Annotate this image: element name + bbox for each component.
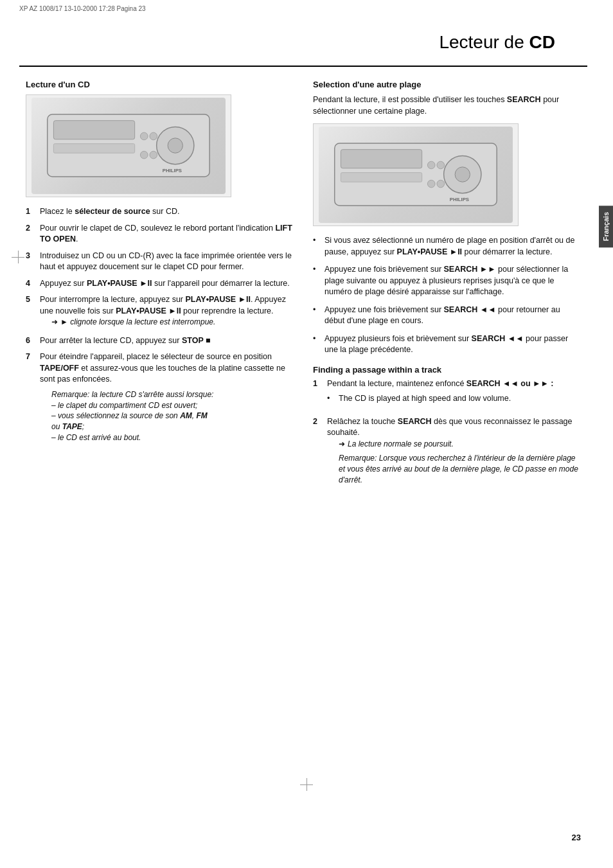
content-area: Lecture d'un CD (0, 67, 613, 504)
crosshair-bottom (300, 778, 313, 791)
header-text: XP AZ 1008/17 13-10-2000 17:28 Pagina 23 (19, 5, 146, 12)
bullet-3: • Appuyez une fois brièvement sur SEARCH… (313, 305, 581, 327)
title-suffix: CD (529, 32, 555, 52)
svg-point-4 (168, 138, 182, 153)
finding-section: Finding a passage within a track 1 Penda… (313, 365, 581, 486)
device-sketch-right: PHILIPS (319, 127, 513, 223)
header-bar: XP AZ 1008/17 13-10-2000 17:28 Pagina 23 (19, 5, 146, 12)
svg-text:PHILIPS: PHILIPS (450, 197, 469, 203)
svg-point-14 (455, 167, 470, 182)
left-numbered-list: 1 Placez le sélecteur de source sur CD. … (26, 206, 294, 443)
right-bullet-list: • Si vous avez sélectionné un numéro de … (313, 235, 581, 356)
bullet-2: • Appuyez une fois brièvement sur SEARCH… (313, 264, 581, 298)
svg-point-7 (140, 152, 148, 159)
bullet-4: • Appuyez plusieurs fois et brièvement s… (313, 333, 581, 356)
finding-step-2-arrow: ➜La lecture normale se poursuit. (339, 439, 581, 450)
svg-point-16 (437, 162, 445, 170)
cd-image-inner-right: PHILIPS (319, 127, 513, 223)
page-number: 23 (572, 833, 581, 842)
svg-rect-2 (53, 144, 134, 154)
step-2: 2 Pour ouvrir le clapet de CD, soulevez … (26, 223, 294, 245)
step-6: 6 Pour arrêter la lecture CD, appuyez su… (26, 335, 294, 347)
svg-text:PHILIPS: PHILIPS (163, 168, 182, 174)
title-prefix: Lecteur de (439, 32, 529, 52)
svg-rect-11 (341, 150, 422, 168)
left-section-title: Lecture d'un CD (26, 80, 294, 89)
device-sketch-left: PHILIPS (31, 98, 226, 194)
finding-sub-bullet: • The CD is played at high speed and low… (327, 393, 581, 405)
step-5: 5 Pour interrompre la lecture, appuyez s… (26, 294, 294, 330)
right-column: Selection d'une autre plage Pendant la l… (313, 80, 581, 491)
left-column: Lecture d'un CD (26, 80, 294, 491)
page-title: Lecteur de CD (19, 13, 587, 67)
finding-step-1-sub: • The CD is played at high speed and low… (327, 393, 581, 405)
right-section-title: Selection d'une autre plage (313, 80, 581, 89)
svg-point-18 (437, 181, 445, 188)
device-svg-left: PHILIPS (41, 102, 216, 189)
step-7: 7 Pour éteindre l'appareil, placez le sé… (26, 351, 294, 443)
language-tab: Français (599, 206, 613, 247)
svg-point-15 (427, 162, 435, 170)
step-3: 3 Introduisez un CD ou un CD-(R) avec la… (26, 251, 294, 273)
page-container: XP AZ 1008/17 13-10-2000 17:28 Pagina 23… (0, 0, 613, 868)
step-7-remark: Remarque: la lecture CD s'arrête aussi l… (51, 389, 294, 443)
svg-rect-12 (341, 173, 422, 182)
step-1: 1 Placez le sélecteur de source sur CD. (26, 206, 294, 218)
finding-step-2-remark: Remarque: Lorsque vous recherchez à l'in… (339, 453, 581, 485)
svg-point-6 (150, 133, 157, 141)
svg-point-17 (427, 181, 435, 188)
right-section-intro: Pendant la lecture, il est possible d'ut… (313, 94, 581, 117)
step-5-arrow: ➜► clignote lorsque la lecture est inter… (51, 317, 294, 328)
finding-section-title: Finding a passage within a track (313, 365, 581, 375)
finding-numbered-list: 1 Pendant la lecture, maintenez enfoncé … (313, 378, 581, 486)
svg-rect-1 (53, 121, 134, 139)
finding-step-2: 2 Relâchez la touche SEARCH dès que vous… (313, 416, 581, 486)
cd-image-inner-left: PHILIPS (31, 98, 226, 194)
cd-device-image-left: PHILIPS (26, 94, 231, 197)
cd-device-image-right: PHILIPS (313, 123, 519, 226)
device-svg-right: PHILIPS (328, 131, 503, 218)
finding-step-1: 1 Pendant la lecture, maintenez enfoncé … (313, 378, 581, 411)
bullet-1: • Si vous avez sélectionné un numéro de … (313, 235, 581, 258)
svg-point-5 (140, 133, 148, 141)
svg-point-8 (150, 152, 157, 159)
step-4: 4 Appuyez sur PLAY•PAUSE ►II sur l'appar… (26, 278, 294, 290)
